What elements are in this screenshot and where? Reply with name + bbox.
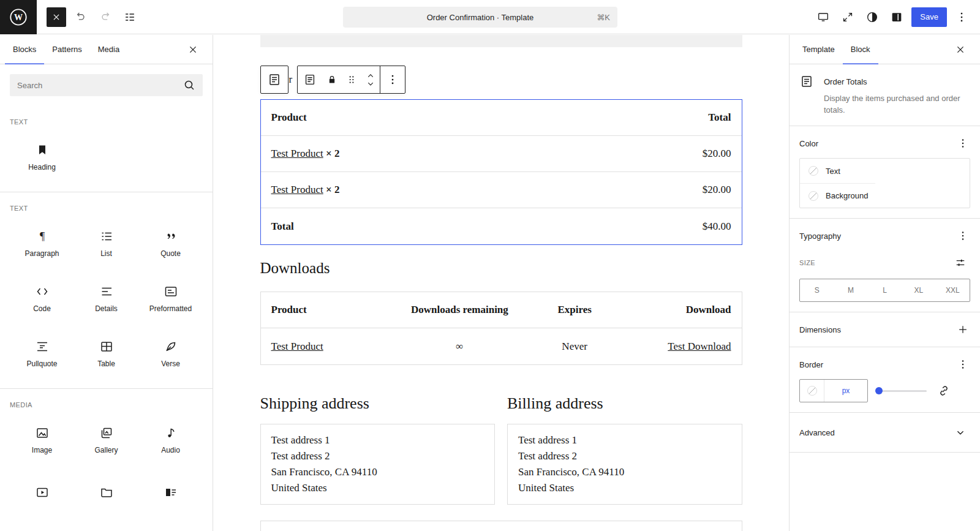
contrast-icon	[865, 10, 879, 24]
block-item-code[interactable]: Code	[10, 271, 74, 326]
slider-thumb[interactable]	[875, 387, 883, 394]
settings-sidebar-toggle[interactable]	[887, 7, 907, 27]
tab-template[interactable]: Template	[794, 35, 843, 64]
border-link-sides-button[interactable]	[934, 381, 954, 401]
border-panel-title: Border	[799, 360, 823, 369]
product-link[interactable]: Test Product	[271, 184, 323, 195]
border-width-input[interactable]: px	[799, 379, 868, 402]
border-options-button[interactable]	[956, 357, 970, 372]
total-label: Total	[271, 220, 294, 233]
background-color-button[interactable]: Background	[800, 183, 875, 208]
block-type-button[interactable]	[265, 66, 284, 94]
editor-canvas: r	[213, 35, 789, 531]
downloads-heading: Downloads	[260, 260, 742, 277]
order-table-row: Test Product × 2 $20.00	[261, 172, 742, 208]
tab-media[interactable]: Media	[90, 35, 127, 64]
download-link[interactable]: Test Download	[668, 341, 731, 352]
product-link[interactable]: Test Product	[271, 148, 323, 159]
close-sidebar-button[interactable]	[951, 40, 970, 59]
text-color-button[interactable]: Text	[800, 159, 848, 183]
monitor-icon	[816, 10, 830, 24]
color-options-button[interactable]	[956, 136, 970, 151]
block-item-gallery[interactable]: Gallery	[74, 412, 138, 467]
plus-icon	[957, 323, 969, 336]
close-icon	[51, 12, 62, 23]
block-item-preformatted[interactable]: Preformatted	[138, 271, 203, 326]
document-title-button[interactable]: Order Confirmation · Template ⌘K	[343, 7, 617, 28]
order-totals-block[interactable]: Product Total Test Product × 2 $20.00 Te…	[260, 99, 742, 245]
move-up-button[interactable]	[365, 71, 376, 80]
block-item-details[interactable]: Details	[74, 271, 138, 326]
dimensions-add-button[interactable]	[956, 322, 970, 337]
order-table-row: Test Product × 2 $20.00	[261, 136, 742, 172]
block-item-quote[interactable]: Quote	[138, 216, 203, 271]
block-item-pullquote[interactable]: Pullquote	[10, 326, 74, 381]
order-table-total-row: Total $40.00	[261, 208, 742, 244]
block-item-table[interactable]: Table	[74, 326, 138, 381]
audio-icon	[164, 426, 178, 440]
gallery-icon	[99, 426, 114, 440]
redo-button[interactable]	[96, 7, 115, 27]
close-inserter-button[interactable]	[183, 40, 203, 59]
advanced-expand-button[interactable]	[951, 423, 970, 442]
product-link[interactable]: Test Product	[271, 341, 323, 352]
drag-handle[interactable]	[342, 66, 361, 94]
document-title: Order Confirmation · Template	[427, 13, 534, 22]
block-inserter-toggle[interactable]	[47, 7, 66, 27]
save-button[interactable]: Save	[911, 7, 947, 27]
search-input[interactable]	[10, 74, 203, 96]
wordpress-logo[interactable]: W	[0, 0, 37, 34]
tab-patterns[interactable]: Patterns	[44, 35, 89, 64]
quote-icon	[164, 229, 178, 244]
addresses-section: Shipping address Test address 1 Test add…	[260, 394, 742, 505]
block-description: Display the items purchased and order to…	[824, 92, 970, 116]
block-item-image[interactable]: Image	[10, 412, 74, 467]
border-width-slider[interactable]	[875, 386, 927, 395]
block-item-audio[interactable]: Audio	[138, 412, 203, 467]
move-down-button[interactable]	[365, 80, 376, 88]
zoom-out-button[interactable]	[838, 7, 858, 27]
no-color-swatch-icon	[807, 165, 820, 177]
options-menu-button[interactable]	[952, 7, 971, 27]
block-item-video[interactable]	[10, 467, 74, 522]
block-item-list[interactable]: List	[74, 216, 138, 271]
block-item-paragraph[interactable]: ¶ Paragraph	[10, 216, 74, 271]
close-icon	[954, 43, 967, 56]
inserter-section-text-1: TEXT Heading	[0, 106, 213, 192]
header-product: Product	[271, 111, 307, 124]
block-item-media-text[interactable]	[138, 467, 203, 522]
details-icon	[99, 284, 114, 299]
color-list: Text Background	[799, 158, 970, 208]
undo-button[interactable]	[71, 7, 91, 27]
downloads-row: Test Product ∞ Never Test Download	[261, 328, 742, 364]
size-l-button[interactable]: L	[868, 279, 902, 301]
advanced-panel-title: Advanced	[799, 428, 835, 437]
shipping-address-heading: Shipping address	[260, 394, 496, 413]
heading-icon	[35, 143, 50, 157]
downloads-remaining: ∞	[400, 341, 519, 353]
tab-blocks[interactable]: Blocks	[5, 35, 44, 64]
inserter-tabs: Blocks Patterns Media	[0, 35, 213, 64]
list-view-button[interactable]	[120, 7, 140, 27]
unit-select[interactable]: px	[824, 386, 867, 395]
select-parent-block-button[interactable]	[298, 66, 322, 94]
settings-sidebar: Template Block Order Totals Display the …	[789, 35, 980, 531]
style-variations-button[interactable]	[862, 7, 882, 27]
block-item-file[interactable]	[74, 467, 138, 522]
size-xl-button[interactable]: XL	[902, 279, 935, 301]
block-inserter-panel: Blocks Patterns Media TEXT Heading TEXT …	[0, 35, 213, 531]
block-item-verse[interactable]: Verse	[138, 326, 203, 381]
typography-options-button[interactable]	[956, 228, 970, 243]
lock-button[interactable]	[322, 66, 342, 94]
tab-block[interactable]: Block	[843, 35, 878, 64]
view-devices-button[interactable]	[813, 7, 833, 27]
hidden-heading-text: r	[289, 73, 293, 86]
sidebar-icon	[890, 10, 903, 24]
block-options-button[interactable]	[380, 66, 405, 94]
size-settings-button[interactable]	[951, 253, 970, 273]
dimensions-panel-title: Dimensions	[799, 325, 841, 334]
size-m-button[interactable]: M	[834, 279, 867, 301]
size-s-button[interactable]: S	[800, 279, 834, 301]
block-item-heading[interactable]: Heading	[10, 129, 74, 184]
size-xxl-button[interactable]: XXL	[936, 279, 970, 301]
